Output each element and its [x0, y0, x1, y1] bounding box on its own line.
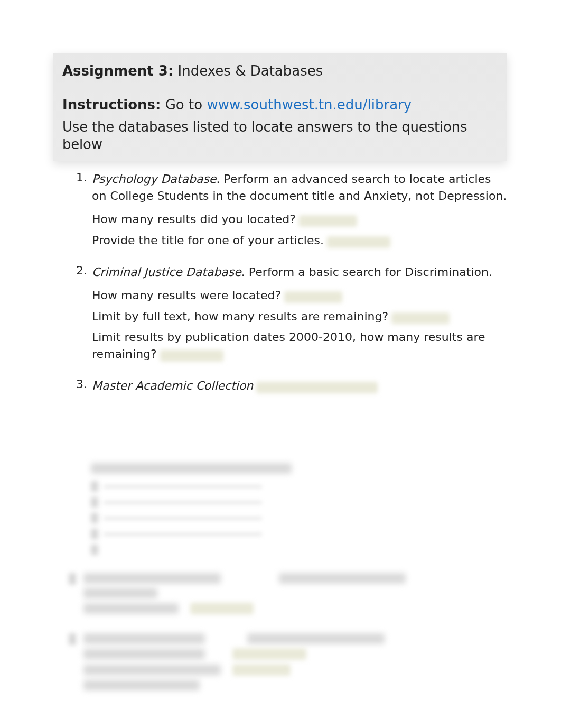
use-databases-line: Use the databases listed to locate answe…: [62, 118, 498, 154]
assignment-title-line: Assignment 3: Indexes & Databases: [62, 62, 498, 80]
question-text: Provide the title for one of your articl…: [92, 234, 324, 247]
item-number: 2.: [76, 264, 92, 277]
redacted-answer: [160, 350, 223, 362]
database-name: Criminal Justice Database: [92, 265, 241, 279]
item-intro: . Perform a basic search for Discriminat…: [241, 265, 492, 279]
item-content: Master Academic Collection: [92, 377, 507, 394]
question-line: How many results were located?: [92, 287, 507, 304]
question-line: Limit results by publication dates 2000-…: [92, 329, 507, 363]
item-number: 3.: [76, 377, 92, 391]
list-item: 1. Psychology Database. Perform an advan…: [76, 171, 507, 249]
redacted-answer: [391, 312, 450, 324]
question-text: Limit results by publication dates 2000-…: [92, 330, 485, 361]
instructions-label: Instructions:: [62, 97, 161, 113]
document-page: Assignment 3: Indexes & Databases Instru…: [53, 53, 507, 695]
assignment-label: Assignment 3:: [62, 63, 173, 79]
list-item: 3. Master Academic Collection: [76, 377, 507, 394]
redacted-answer: [284, 291, 342, 303]
question-list: 1. Psychology Database. Perform an advan…: [53, 171, 507, 394]
item-number: 1.: [76, 171, 92, 184]
question-text: How many results were located?: [92, 289, 281, 302]
question-text: How many results did you located?: [92, 213, 296, 226]
instructions-line: Instructions: Go to www.southwest.tn.edu…: [62, 96, 498, 114]
database-name: Master Academic Collection: [92, 379, 253, 392]
question-line: Provide the title for one of your articl…: [92, 232, 507, 249]
obscured-content: [53, 463, 507, 695]
question-line: How many results did you located?: [92, 211, 507, 228]
library-link[interactable]: www.southwest.tn.edu/library: [207, 97, 412, 113]
instructions-text: Go to: [161, 97, 207, 113]
list-item: 2. Criminal Justice Database. Perform a …: [76, 264, 507, 363]
question-line: Limit by full text, how many results are…: [92, 308, 507, 325]
redacted-content: [256, 382, 378, 393]
header-box: Assignment 3: Indexes & Databases Instru…: [53, 53, 507, 161]
item-content: Criminal Justice Database. Perform a bas…: [92, 264, 507, 363]
assignment-title: Indexes & Databases: [173, 63, 323, 79]
item-content: Psychology Database. Perform an advanced…: [92, 171, 507, 249]
redacted-answer: [299, 215, 357, 227]
question-text: Limit by full text, how many results are…: [92, 310, 388, 323]
database-name: Psychology Database: [92, 172, 216, 186]
redacted-answer: [327, 236, 390, 248]
